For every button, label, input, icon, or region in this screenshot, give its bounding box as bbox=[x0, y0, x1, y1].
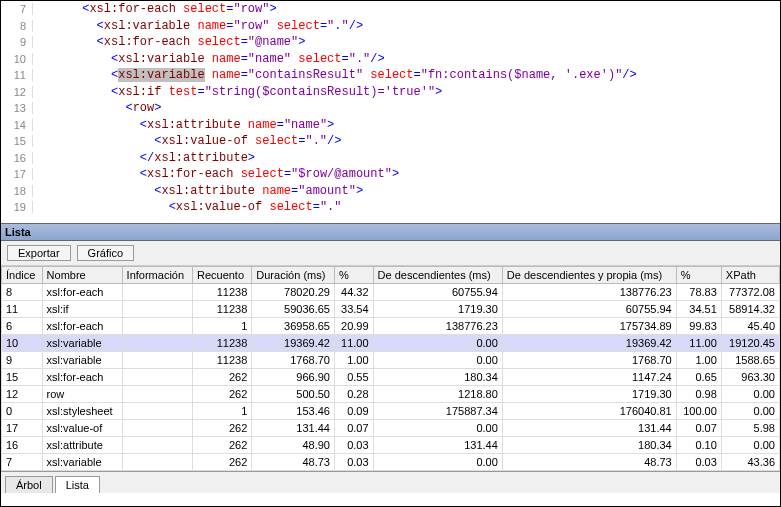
cell-info bbox=[122, 420, 192, 437]
col-pct2[interactable]: % bbox=[676, 267, 721, 284]
code-line[interactable]: 18 <xsl:attribute name="amount"> bbox=[1, 183, 780, 200]
cell-count: 1 bbox=[192, 403, 251, 420]
cell-info bbox=[122, 386, 192, 403]
table-row[interactable]: 17xsl:value-of262131.440.070.00131.440.0… bbox=[2, 420, 780, 437]
code-line[interactable]: 11 <xsl:variable name="containsResult" s… bbox=[1, 67, 780, 84]
cell-desc: 180.34 bbox=[373, 369, 502, 386]
cell-dur: 48.90 bbox=[252, 437, 335, 454]
cell-pct2: 0.10 bbox=[676, 437, 721, 454]
code-content: <xsl:variable name="name" select="."/> bbox=[37, 52, 385, 66]
code-line[interactable]: 10 <xsl:variable name="name" select="."/… bbox=[1, 51, 780, 68]
code-line[interactable]: 16 </xsl:attribute> bbox=[1, 150, 780, 167]
code-editor[interactable]: 7 <xsl:for-each select="row">8 <xsl:vari… bbox=[1, 1, 780, 223]
cell-descself: 176040.81 bbox=[502, 403, 676, 420]
export-button[interactable]: Exportar bbox=[7, 245, 71, 261]
col-index[interactable]: Índice bbox=[2, 267, 43, 284]
code-line[interactable]: 12 <xsl:if test="string($containsResult)… bbox=[1, 84, 780, 101]
cell-pct2: 1.00 bbox=[676, 352, 721, 369]
cell-pct: 1.00 bbox=[334, 352, 373, 369]
code-line[interactable]: 7 <xsl:for-each select="row"> bbox=[1, 1, 780, 18]
cell-pct2: 11.00 bbox=[676, 335, 721, 352]
col-duration[interactable]: Duración (ms) bbox=[252, 267, 335, 284]
cell-pct: 20.99 bbox=[334, 318, 373, 335]
line-number: 17 bbox=[1, 168, 33, 180]
cell-pct: 11.00 bbox=[334, 335, 373, 352]
cell-idx: 16 bbox=[2, 437, 43, 454]
cell-dur: 966.90 bbox=[252, 369, 335, 386]
cell-desc: 1218.80 bbox=[373, 386, 502, 403]
cell-dur: 36958.65 bbox=[252, 318, 335, 335]
chart-button[interactable]: Gráfico bbox=[77, 245, 134, 261]
cell-dur: 59036.65 bbox=[252, 301, 335, 318]
cell-info bbox=[122, 352, 192, 369]
cell-pct: 0.03 bbox=[334, 454, 373, 471]
line-number: 15 bbox=[1, 135, 33, 147]
table-row[interactable]: 6xsl:for-each136958.6520.99138776.231757… bbox=[2, 318, 780, 335]
cell-descself: 48.73 bbox=[502, 454, 676, 471]
cell-xpath: 19120.45 bbox=[721, 335, 779, 352]
cell-name: xsl:stylesheet bbox=[42, 403, 122, 420]
table-row[interactable]: 11xsl:if1123859036.6533.541719.3060755.9… bbox=[2, 301, 780, 318]
cell-pct: 0.55 bbox=[334, 369, 373, 386]
cell-pct2: 99.83 bbox=[676, 318, 721, 335]
code-content: <xsl:for-each select="$row/@amount"> bbox=[37, 167, 399, 181]
grid-scroll[interactable]: Índice Nombre Información Recuento Durac… bbox=[1, 266, 780, 471]
cell-name: xsl:for-each bbox=[42, 284, 122, 301]
cell-xpath: 5.98 bbox=[721, 420, 779, 437]
code-line[interactable]: 19 <xsl:value-of select="." bbox=[1, 199, 780, 216]
line-number: 9 bbox=[1, 36, 33, 48]
cell-pct2: 100.00 bbox=[676, 403, 721, 420]
line-number: 18 bbox=[1, 185, 33, 197]
col-desc-self[interactable]: De descendientes y propia (ms) bbox=[502, 267, 676, 284]
line-number: 19 bbox=[1, 201, 33, 213]
table-row[interactable]: 0xsl:stylesheet1153.460.09175887.3417604… bbox=[2, 403, 780, 420]
col-pct[interactable]: % bbox=[334, 267, 373, 284]
cell-pct2: 0.65 bbox=[676, 369, 721, 386]
cell-desc: 175887.34 bbox=[373, 403, 502, 420]
table-row[interactable]: 16xsl:attribute26248.900.03131.44180.340… bbox=[2, 437, 780, 454]
cell-pct2: 78.83 bbox=[676, 284, 721, 301]
table-row[interactable]: 12row262500.500.281218.801719.300.980.00 bbox=[2, 386, 780, 403]
cell-dur: 78020.29 bbox=[252, 284, 335, 301]
cell-name: xsl:attribute bbox=[42, 437, 122, 454]
code-line[interactable]: 13 <row> bbox=[1, 100, 780, 117]
tab-list[interactable]: Lista bbox=[55, 476, 100, 493]
code-line[interactable]: 8 <xsl:variable name="row" select="."/> bbox=[1, 18, 780, 35]
cell-count: 262 bbox=[192, 454, 251, 471]
table-row[interactable]: 7xsl:variable26248.730.030.0048.730.0343… bbox=[2, 454, 780, 471]
cell-descself: 180.34 bbox=[502, 437, 676, 454]
cell-pct: 0.03 bbox=[334, 437, 373, 454]
line-number: 7 bbox=[1, 3, 33, 15]
cell-idx: 12 bbox=[2, 386, 43, 403]
code-content: </xsl:attribute> bbox=[37, 151, 255, 165]
col-desc[interactable]: De descendientes (ms) bbox=[373, 267, 502, 284]
col-xpath[interactable]: XPath bbox=[721, 267, 779, 284]
line-number: 13 bbox=[1, 102, 33, 114]
code-content: <xsl:attribute name="name"> bbox=[37, 118, 334, 132]
code-line[interactable]: 17 <xsl:for-each select="$row/@amount"> bbox=[1, 166, 780, 183]
table-row[interactable]: 10xsl:variable1123819369.4211.000.001936… bbox=[2, 335, 780, 352]
cell-descself: 1768.70 bbox=[502, 352, 676, 369]
cell-info bbox=[122, 437, 192, 454]
code-line[interactable]: 9 <xsl:for-each select="@name"> bbox=[1, 34, 780, 51]
cell-info bbox=[122, 454, 192, 471]
cell-info bbox=[122, 301, 192, 318]
col-info[interactable]: Información bbox=[122, 267, 192, 284]
cell-idx: 8 bbox=[2, 284, 43, 301]
cell-count: 1 bbox=[192, 318, 251, 335]
table-row[interactable]: 15xsl:for-each262966.900.55180.341147.24… bbox=[2, 369, 780, 386]
cell-dur: 19369.42 bbox=[252, 335, 335, 352]
bottom-tabs: Árbol Lista bbox=[1, 471, 780, 493]
tab-tree[interactable]: Árbol bbox=[5, 476, 53, 493]
cell-xpath: 1588.65 bbox=[721, 352, 779, 369]
table-row[interactable]: 9xsl:variable112381768.701.000.001768.70… bbox=[2, 352, 780, 369]
code-line[interactable]: 15 <xsl:value-of select="."/> bbox=[1, 133, 780, 150]
col-count[interactable]: Recuento bbox=[192, 267, 251, 284]
code-line[interactable]: 14 <xsl:attribute name="name"> bbox=[1, 117, 780, 134]
col-name[interactable]: Nombre bbox=[42, 267, 122, 284]
cell-desc: 0.00 bbox=[373, 335, 502, 352]
cell-idx: 9 bbox=[2, 352, 43, 369]
cell-desc: 0.00 bbox=[373, 352, 502, 369]
table-row[interactable]: 8xsl:for-each1123878020.2944.3260755.941… bbox=[2, 284, 780, 301]
profiler-grid: Índice Nombre Información Recuento Durac… bbox=[1, 266, 780, 471]
